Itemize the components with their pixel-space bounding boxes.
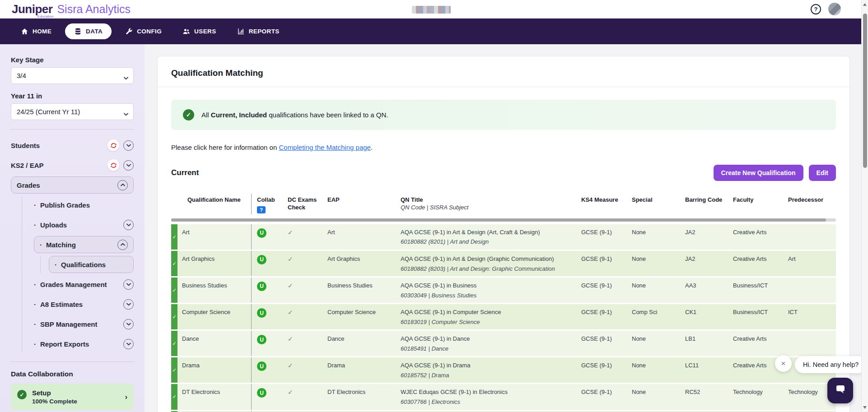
chevron-down-icon[interactable] — [123, 220, 134, 230]
filter-label-year-11-in: Year 11 in — [11, 92, 134, 100]
chat-greeting[interactable]: Hi. Need any help? — [795, 356, 867, 373]
collab-u-badge: U — [257, 282, 266, 291]
qualifications-table: Qualification Name Collab? DC Exams Chec… — [171, 194, 836, 412]
sidebar-item-ks2-eap[interactable]: KS2 / EAP — [11, 157, 134, 174]
brand-sub-label: Education — [37, 15, 54, 19]
chevron-down-icon[interactable] — [123, 299, 134, 310]
scroll-up-arrow-icon[interactable] — [863, 3, 867, 6]
sidebar-item-matching[interactable]: ·Matching — [34, 236, 134, 253]
cell-dc-exams-check: ✓ — [282, 331, 322, 356]
cell-dc-exams-check: ✓ — [282, 278, 322, 303]
cell-ks4-measure: GCSE (9-1) — [576, 384, 626, 409]
cell-special: Comp Sci — [626, 304, 680, 329]
tab-users[interactable]: USERS — [175, 23, 224, 39]
sidebar-item-grades-management[interactable]: ·Grades Management — [34, 276, 134, 293]
chat-close-icon[interactable]: × — [775, 355, 792, 372]
cell-predecessor: Art — [783, 251, 836, 276]
cell-ks4-measure: GCSE (9-1) — [576, 331, 626, 356]
sidebar-item-qualifications[interactable]: ·Qualifications — [49, 256, 134, 273]
chevron-down-icon[interactable] — [123, 160, 134, 171]
row-included-check-icon: ✓ — [171, 251, 177, 276]
success-check-icon: ✓ — [183, 109, 194, 120]
row-included-check-icon: ✓ — [171, 224, 177, 250]
col-predecessor: Predecessor — [783, 194, 836, 214]
cell-barring-code: RC52 — [680, 384, 728, 409]
table-horizontal-scrollbar[interactable] — [171, 218, 836, 222]
sidebar-divider — [10, 129, 135, 130]
table-row-dt-electronics[interactable]: ✓DT ElectronicsU✓DT ElectronicsWJEC Eduq… — [171, 384, 836, 409]
cell-collab: U — [252, 331, 282, 356]
cell-faculty: Technology — [728, 384, 783, 409]
table-row-computer-science[interactable]: ✓Computer ScienceU✓Computer ScienceAQA G… — [171, 304, 836, 329]
help-icon[interactable]: ? — [811, 4, 821, 14]
tab-reports[interactable]: REPORTS — [230, 23, 287, 39]
sidebar-item-uploads[interactable]: ·Uploads — [34, 216, 134, 233]
cell-faculty: Creative Arts — [728, 331, 783, 356]
cell-special: None — [626, 251, 680, 276]
scrollbar-thumb[interactable] — [863, 14, 867, 168]
window-scrollbar[interactable] — [861, 0, 868, 412]
refresh-icon[interactable] — [107, 159, 119, 171]
cell-dc-exams-check: ✓ — [282, 251, 322, 276]
chevron-down-icon[interactable] — [123, 140, 134, 151]
chevron-down-icon[interactable] — [123, 319, 134, 329]
sidebar-item-label: SBP Management — [40, 320, 97, 328]
sidebar-item-students[interactable]: Students — [11, 137, 134, 154]
table-row-art[interactable]: ✓ArtU✓ArtAQA GCSE (9-1) in Art & Design … — [171, 224, 836, 250]
cell-faculty: Creative Arts — [728, 251, 783, 276]
table-row-business-studies[interactable]: ✓Business StudiesU✓Business StudiesAQA G… — [171, 278, 836, 303]
col-barring-code: Barring Code — [680, 194, 728, 214]
cell-qn-title: AQA GCSE (9-1) in Art & Design (Graphic … — [395, 251, 576, 276]
cell-qn-title: AQA GCSE (9-1) in Art & Design (Art, Cra… — [395, 224, 576, 250]
edit-button[interactable]: Edit — [809, 165, 836, 181]
setup-title: Setup — [32, 389, 77, 397]
matching-help-link[interactable]: Completing the Matching page — [279, 144, 370, 151]
scroll-down-arrow-icon[interactable] — [863, 406, 867, 409]
cell-qualification-name: Computer Science — [177, 304, 252, 329]
sidebar-item-grades[interactable]: Grades — [11, 176, 134, 194]
chevron-down-icon[interactable] — [123, 339, 134, 349]
table-row-art-graphics[interactable]: ✓Art GraphicsU✓Art GraphicsAQA GCSE (9-1… — [171, 251, 836, 276]
cell-special: None — [626, 384, 680, 409]
sidebar-item-label: Matching — [46, 241, 76, 249]
nav-tab-label: CONFIG — [137, 28, 162, 35]
tab-config[interactable]: CONFIG — [118, 23, 169, 39]
bullet-icon: · — [34, 340, 36, 348]
table-row-drama[interactable]: ✓DramaU✓DramaAQA GCSE (9-1) in Drama6018… — [171, 357, 836, 383]
data-collaboration-heading: Data Collaboration — [11, 370, 134, 378]
chevron-up-icon[interactable] — [117, 240, 128, 250]
table-row-dance[interactable]: ✓DanceU✓DanceAQA GCSE (9-1) in Dance6018… — [171, 331, 836, 356]
sidebar-item-sbp-management[interactable]: ·SBP Management — [34, 315, 134, 333]
user-avatar[interactable] — [828, 3, 841, 15]
collab-u-badge: U — [257, 361, 266, 371]
bullet-icon: · — [34, 301, 36, 308]
sidebar-item-report-exports[interactable]: ·Report Exports — [34, 335, 134, 352]
cell-predecessor — [783, 224, 836, 250]
sidebar-item-label: Uploads — [40, 221, 67, 229]
sidebar: Key Stage3/4Year 11 in24/25 (Current Yr … — [0, 44, 145, 412]
select-year-11-in[interactable]: 24/25 (Current Yr 11) — [11, 103, 134, 120]
sidebar-item-publish-grades[interactable]: ·Publish Grades — [34, 196, 134, 213]
cell-barring-code: LC11 — [680, 357, 728, 383]
tab-home[interactable]: HOME — [14, 23, 59, 39]
chevron-up-icon[interactable] — [117, 180, 128, 190]
collab-u-badge: U — [257, 388, 266, 398]
sidebar-item-a8-estimates[interactable]: ·A8 Estimates — [34, 296, 134, 313]
cell-faculty: Business/ICT — [728, 278, 783, 303]
cell-ks4-measure: GCSE (9-1) — [576, 304, 626, 329]
collab-u-badge: U — [257, 228, 266, 238]
chat-bubble-icon — [834, 384, 847, 398]
collab-help-icon[interactable]: ? — [257, 206, 266, 213]
create-new-qualification-button[interactable]: Create New Qualification — [714, 165, 803, 181]
cell-qn-title: AQA GCSE (9-1) in Dance60185491 | Dance — [395, 331, 576, 356]
chat-launcher-button[interactable] — [827, 378, 853, 403]
setup-card[interactable]: ✓ Setup 100% Complete › — [11, 384, 134, 410]
sidebar-subgroup-matching: ·Qualifications — [40, 256, 134, 273]
tab-data[interactable]: DATA — [65, 23, 112, 39]
select-key-stage[interactable]: 3/4 — [11, 67, 134, 84]
chevron-down-icon[interactable] — [123, 279, 134, 290]
cell-special: None — [626, 278, 680, 303]
row-included-check-icon: ✓ — [171, 331, 177, 356]
cell-barring-code: JA2 — [680, 251, 728, 276]
refresh-icon[interactable] — [107, 139, 119, 151]
